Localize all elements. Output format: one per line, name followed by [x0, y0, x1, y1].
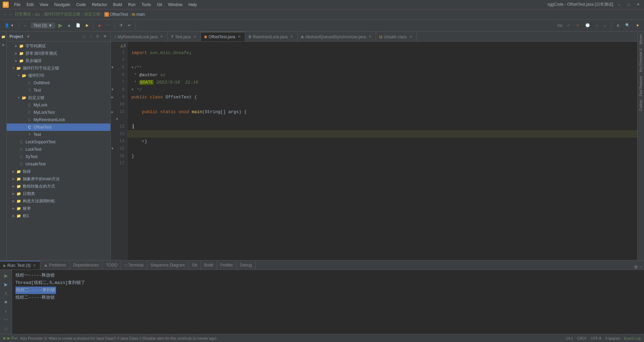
project-icon[interactable]: 📁	[0, 34, 6, 40]
bottom-tab-dependencies[interactable]: Dependencies	[70, 261, 103, 270]
run-stop-btn[interactable]: ■	[2, 298, 10, 305]
restore-button[interactable]: □	[625, 1, 632, 8]
code-editor[interactable]: △ 2 3 4 5 ▼ 6 7 8 ▼ 9 ▶ 10	[111, 42, 637, 260]
tab-aqs[interactable]: A AbstractQueuedSynchronizer.java ✕	[298, 32, 376, 41]
tree-item-mylock[interactable]: C MyLock	[7, 101, 110, 109]
fold-15[interactable]: ▼	[142, 140, 144, 143]
git-push-btn[interactable]: ↑	[594, 22, 600, 29]
sidebar-codota[interactable]: Codota	[638, 99, 643, 112]
minimize-button[interactable]: −	[616, 1, 623, 8]
tree-item-locksupporttest[interactable]: C LockSupportTest	[7, 138, 110, 146]
bottom-tab-profiler[interactable]: Profiler	[217, 261, 237, 270]
bottom-tab-terminal[interactable]: □ Terminal	[121, 261, 147, 270]
stop-button[interactable]: ■	[96, 22, 103, 29]
more-config[interactable]: ⋯	[104, 22, 112, 29]
run-gutter-11[interactable]: ▶	[111, 110, 114, 114]
run-restart-btn[interactable]: ▶	[2, 272, 10, 279]
tree-item-zijiemazice[interactable]: ▶ 📁 字节码测试	[7, 42, 110, 50]
nav-forward[interactable]: →	[8, 12, 12, 16]
sidebar-keypromoter[interactable]: Key Promoter X	[638, 47, 643, 74]
tree-item-test1[interactable]: T Test	[7, 87, 110, 94]
close-run-tab[interactable]: ✕	[32, 263, 37, 268]
user-btn[interactable]: ★	[634, 22, 641, 29]
menu-build[interactable]: Build	[110, 1, 125, 8]
tab-close-myreentrantlock[interactable]: ✕	[159, 35, 164, 39]
run-rerun-btn[interactable]: ▶	[2, 281, 10, 288]
tree-item-test2[interactable]: T Test	[7, 131, 110, 138]
tree-item-enum[interactable]: ▶ 📁 枚举	[7, 205, 110, 212]
panel-settings-btn[interactable]: ⚙	[634, 264, 638, 270]
tree-item-locktest[interactable]: C LockTest	[7, 146, 110, 153]
fold-icon-5[interactable]: ▼	[111, 66, 113, 69]
panel-hide-btn[interactable]: −	[639, 264, 642, 270]
menu-file[interactable]: File	[11, 1, 23, 8]
breadcrumb-root[interactable]: 日常测试	[15, 11, 31, 17]
profile-run-btn[interactable]: ▶	[84, 22, 91, 29]
tree-item-outword[interactable]: C OutWord	[7, 79, 110, 87]
project-panel-arrow[interactable]: ▼	[26, 35, 30, 39]
tab-close-reentrantlock[interactable]: ✕	[289, 35, 294, 39]
tree-item-offsettest[interactable]: C OffsetTest	[7, 124, 110, 131]
run-down-btn[interactable]: ↓	[2, 307, 10, 314]
sidebar-fastrequest[interactable]: Fast Request	[638, 75, 643, 97]
run-config[interactable]: Test (3) ▼	[31, 22, 55, 29]
menu-code[interactable]: Code	[73, 1, 89, 8]
tab-unsafe-class[interactable]: U Unsafe class ✕	[376, 32, 417, 41]
bottom-tab-run[interactable]: ▶ Run: Test (3) ✕	[0, 261, 40, 270]
tree-item-loop-lock[interactable]: ▼ 📂 循环打印于自定义锁	[7, 64, 110, 72]
tab-close-offsettest[interactable]: ✕	[237, 35, 241, 39]
coverage-button[interactable]: 📄	[74, 22, 83, 29]
status-run-btn[interactable]: ▶ ▶ Run	[3, 336, 18, 340]
tree-item-date[interactable]: ▶ 📁 日期类	[7, 190, 110, 197]
tab-close-test[interactable]: ✕	[193, 35, 197, 39]
tree-item-constructor[interactable]: ▶ 📁 构造方法调用时机	[7, 197, 110, 205]
tree-item-quicksort[interactable]: ▶ 📁 快排	[7, 168, 110, 175]
tab-test[interactable]: T Test.java ✕	[168, 32, 201, 41]
update-button[interactable]: ↺	[117, 22, 124, 29]
menu-run[interactable]: Run	[125, 1, 138, 8]
fold-8[interactable]: ▼	[131, 88, 133, 92]
menu-edit[interactable]: Edit	[24, 1, 36, 8]
menu-window[interactable]: Window	[165, 1, 185, 8]
breadcrumb-src[interactable]: src	[35, 12, 40, 17]
menu-refactor[interactable]: Refactor	[89, 1, 110, 8]
bottom-tab-build[interactable]: Build	[201, 261, 217, 270]
tree-item-async[interactable]: ▶ 📁 异步编排	[7, 57, 110, 64]
undo-button[interactable]: ↩	[126, 22, 133, 29]
menu-tools[interactable]: Tools	[139, 1, 154, 8]
event-log[interactable]: Event Log	[624, 336, 641, 340]
panel-collapse-all[interactable]: ◻	[80, 34, 87, 40]
tab-close-unsafe[interactable]: ✕	[409, 35, 413, 39]
fold-icon-8[interactable]: ▼	[111, 88, 113, 92]
tree-item-abstract[interactable]: ▶ 📁 抽象类中的main方法	[7, 175, 110, 183]
tab-myreentrantlock[interactable]: J MyReentrantLock.java ✕	[111, 32, 168, 41]
menu-navigate[interactable]: Navigate	[52, 1, 73, 8]
fold-5[interactable]: ▼	[131, 66, 133, 69]
status-notification[interactable]: Key Promoter X: Want to create a shortcu…	[20, 336, 216, 340]
tree-item-sytest[interactable]: C SyTest	[7, 153, 110, 160]
sidebar-maven[interactable]: Maven	[638, 33, 643, 46]
git-cross-btn[interactable]: ✓	[574, 22, 581, 29]
tree-item-custom-lock[interactable]: ▼ 📂 自定义锁	[7, 94, 110, 101]
git-pull-btn[interactable]: ↓	[602, 22, 608, 29]
bottom-tab-todo[interactable]: TODO	[103, 261, 121, 270]
breadcrumb-class[interactable]: OffsetTest	[110, 12, 128, 17]
panel-settings-icon[interactable]: ⚙	[95, 34, 101, 40]
menu-git[interactable]: Git	[154, 1, 165, 8]
breadcrumb-package[interactable]: 循环打印于自定义锁	[44, 11, 80, 17]
menu-view[interactable]: View	[37, 1, 51, 8]
git-history-btn[interactable]: 🕐	[583, 22, 592, 29]
tab-offsettest[interactable]: OffsetTest.java ✕	[201, 32, 245, 41]
search-btn[interactable]: 🔍	[623, 22, 632, 29]
bottom-tab-git[interactable]: Git	[189, 261, 201, 270]
tree-item-frame[interactable]: ▶ 📁 框1	[7, 212, 110, 219]
bookmark-icon[interactable]: ■	[0, 42, 6, 48]
back-nav-btn[interactable]: ←	[22, 22, 30, 29]
debug-button[interactable]: ●	[66, 22, 72, 29]
tree-item-array[interactable]: ▶ 📁 数组转集合的方式	[7, 183, 110, 190]
run-scroll-end[interactable]: ↓↓	[2, 324, 10, 332]
tree-item-myreentrantlock[interactable]: C MyReentrantLock	[7, 116, 110, 124]
git-check-btn[interactable]: ✓	[565, 22, 572, 29]
tree-item-loopprint[interactable]: ▼ 📂 循环打印	[7, 72, 110, 79]
code-content[interactable]: import sun.misc.Unsafe; ▼ /** * @author …	[127, 42, 637, 260]
